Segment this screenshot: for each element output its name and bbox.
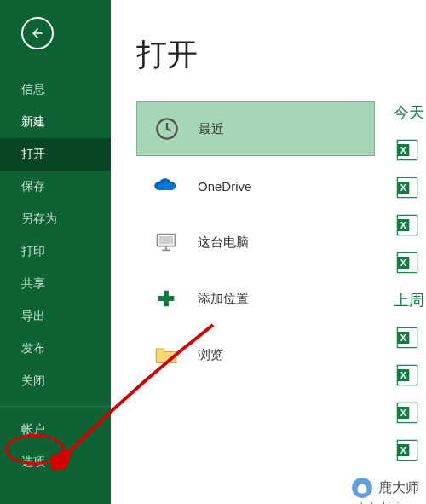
nav-list: 信息 新建 打开 保存 另存为 打印 共享 导出 发布 关闭 bbox=[0, 73, 111, 397]
computer-icon bbox=[150, 229, 182, 255]
clock-icon bbox=[151, 116, 183, 142]
svg-rect-2 bbox=[159, 236, 173, 244]
svg-text:X: X bbox=[400, 182, 406, 193]
plus-icon bbox=[150, 286, 182, 311]
nav-saveas[interactable]: 另存为 bbox=[0, 203, 111, 235]
nav-account[interactable]: 帐户 bbox=[0, 414, 111, 446]
file-item[interactable]: X bbox=[394, 206, 426, 244]
nav-info[interactable]: 信息 bbox=[0, 73, 111, 106]
svg-text:X: X bbox=[400, 408, 406, 418]
page-title: 打开 bbox=[136, 34, 426, 76]
nav-publish[interactable]: 发布 bbox=[0, 333, 111, 365]
recent-files-panel: 今天 X X X X 上周 X X X X bbox=[394, 102, 426, 469]
nav-new[interactable]: 新建 bbox=[0, 106, 111, 138]
file-item[interactable]: X bbox=[394, 169, 426, 206]
watermark: 鹿大师 bbox=[351, 477, 419, 499]
svg-text:X: X bbox=[400, 445, 406, 455]
nav-close[interactable]: 关闭 bbox=[0, 365, 111, 397]
location-label: 这台电脑 bbox=[198, 235, 249, 251]
file-item[interactable]: X bbox=[394, 356, 426, 394]
location-label: 最近 bbox=[199, 121, 224, 137]
watermark-brand: 鹿大师 bbox=[378, 479, 419, 497]
file-item[interactable]: X bbox=[394, 432, 426, 469]
location-recent[interactable]: 最近 bbox=[136, 101, 375, 156]
svg-text:X: X bbox=[400, 258, 406, 268]
excel-icon: X bbox=[395, 213, 419, 237]
bottom-nav: 帐户 选项 bbox=[0, 399, 111, 478]
nav-print[interactable]: 打印 bbox=[0, 235, 111, 268]
excel-icon: X bbox=[395, 176, 419, 200]
nav-divider bbox=[0, 406, 111, 407]
nav-save[interactable]: 保存 bbox=[0, 171, 111, 203]
location-computer[interactable]: 这台电脑 bbox=[136, 216, 375, 269]
file-item[interactable]: X bbox=[394, 131, 426, 169]
location-label: OneDrive bbox=[198, 179, 251, 194]
svg-text:X: X bbox=[400, 333, 406, 343]
svg-text:X: X bbox=[400, 145, 406, 155]
main-area: 打开 最近 OneDrive 这台电脑 添加位置 bbox=[111, 0, 426, 504]
nav-open[interactable]: 打开 bbox=[0, 138, 111, 171]
deer-logo-icon bbox=[351, 477, 373, 499]
location-list: 最近 OneDrive 这台电脑 添加位置 浏览 bbox=[136, 101, 375, 381]
file-item[interactable]: X bbox=[394, 319, 426, 356]
location-label: 浏览 bbox=[198, 347, 223, 363]
watermark-url: ludashiwj.com bbox=[360, 501, 419, 504]
section-today: 今天 bbox=[394, 102, 426, 123]
location-onedrive[interactable]: OneDrive bbox=[136, 159, 375, 212]
file-item[interactable]: X bbox=[394, 244, 426, 281]
sidebar: 信息 新建 打开 保存 另存为 打印 共享 导出 发布 关闭 帐户 选项 bbox=[0, 0, 111, 504]
location-add[interactable]: 添加位置 bbox=[136, 272, 375, 325]
file-item[interactable]: X bbox=[394, 394, 426, 432]
svg-text:X: X bbox=[400, 220, 406, 230]
excel-icon: X bbox=[395, 401, 419, 425]
nav-export[interactable]: 导出 bbox=[0, 300, 111, 333]
excel-icon: X bbox=[395, 138, 419, 162]
onedrive-icon bbox=[150, 173, 182, 199]
excel-icon: X bbox=[395, 251, 419, 275]
section-lastweek: 上周 bbox=[394, 290, 426, 310]
nav-share[interactable]: 共享 bbox=[0, 268, 111, 300]
folder-icon bbox=[150, 342, 182, 368]
location-label: 添加位置 bbox=[198, 291, 249, 307]
location-browse[interactable]: 浏览 bbox=[136, 328, 375, 381]
excel-icon: X bbox=[395, 438, 419, 462]
nav-options[interactable]: 选项 bbox=[0, 446, 111, 478]
arrow-left-icon bbox=[30, 26, 45, 41]
excel-icon: X bbox=[395, 326, 419, 350]
back-button[interactable] bbox=[21, 17, 54, 49]
svg-text:X: X bbox=[400, 370, 406, 380]
excel-icon: X bbox=[395, 363, 419, 387]
